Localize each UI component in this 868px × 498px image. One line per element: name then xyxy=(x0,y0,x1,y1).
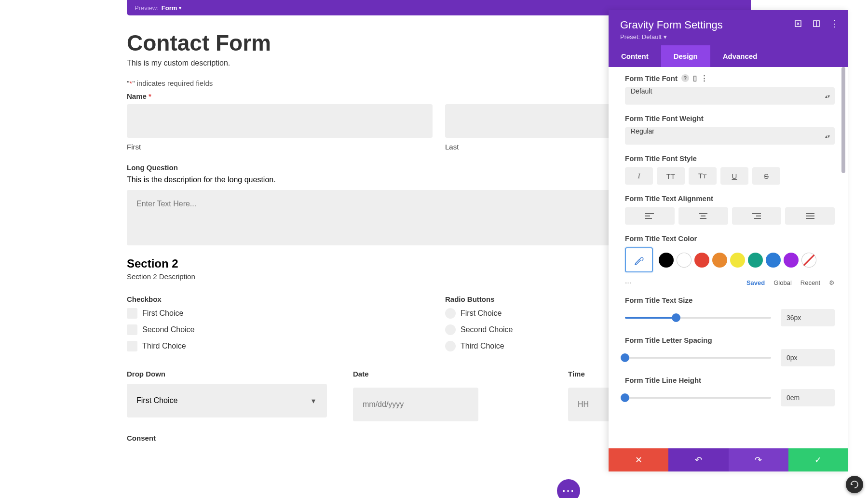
close-button[interactable]: ✕ xyxy=(609,448,668,471)
spacing-slider[interactable] xyxy=(625,353,771,363)
size-label: Form Title Text Size xyxy=(625,296,835,304)
more-colors-button[interactable]: ⋯ xyxy=(625,279,738,286)
undo-button[interactable]: ↶ xyxy=(668,448,728,471)
spacing-label: Form Title Letter Spacing xyxy=(625,336,835,344)
date-input[interactable] xyxy=(353,388,478,421)
gear-icon[interactable]: ⚙ xyxy=(829,279,835,286)
tab-design[interactable]: Design xyxy=(661,45,710,67)
color-swatch-red[interactable] xyxy=(694,253,709,268)
responsive-icon[interactable]: ▯ xyxy=(693,74,697,82)
tab-advanced[interactable]: Advanced xyxy=(710,45,848,67)
panel-tabs: Content Design Advanced xyxy=(609,45,848,67)
panel-header: Gravity Form Settings Preset: Default▾ ⋮ xyxy=(609,10,848,45)
expand-icon[interactable] xyxy=(794,20,802,27)
radio-icon[interactable] xyxy=(445,341,456,351)
dropdown-input[interactable] xyxy=(127,384,327,417)
dock-icon[interactable] xyxy=(813,20,820,27)
updown-icon: ▴▾ xyxy=(825,134,830,139)
color-swatch-orange[interactable] xyxy=(712,253,727,268)
style-label: Form Title Font Style xyxy=(625,154,835,162)
help-icon[interactable]: ? xyxy=(681,74,689,82)
updown-icon: ▴▾ xyxy=(825,94,830,99)
preset-dropdown[interactable]: Preset: Default▾ xyxy=(620,33,837,40)
checkbox-choice[interactable]: Third Choice xyxy=(127,341,433,351)
color-tab-saved[interactable]: Saved xyxy=(746,279,765,286)
settings-panel: Gravity Form Settings Preset: Default▾ ⋮… xyxy=(609,10,848,471)
checkbox-choice[interactable]: Second Choice xyxy=(127,324,433,335)
size-slider[interactable] xyxy=(625,313,771,323)
first-name-input[interactable] xyxy=(127,104,433,138)
save-button[interactable]: ✓ xyxy=(788,448,848,471)
color-swatch-teal[interactable] xyxy=(748,253,763,268)
dropdown-label: Drop Down xyxy=(127,370,327,378)
italic-button[interactable]: I xyxy=(625,167,653,185)
color-swatch-white[interactable] xyxy=(677,253,692,268)
checkbox-choice[interactable]: First Choice xyxy=(127,308,433,319)
weight-select[interactable]: Regular▴▾ xyxy=(625,127,835,145)
module-options-button[interactable]: ⋯ xyxy=(557,479,580,498)
color-swatch-purple[interactable] xyxy=(784,253,799,268)
settings-body: Form Title Font ? ▯ ⋮ Default▴▾ Form Tit… xyxy=(609,67,848,448)
align-justify-button[interactable] xyxy=(785,207,835,225)
lineheight-slider[interactable] xyxy=(625,393,771,403)
alignment-label: Form Title Text Alignment xyxy=(625,194,835,202)
radio-icon[interactable] xyxy=(445,308,456,319)
color-label: Form Title Text Color xyxy=(625,234,835,242)
dropdown-select[interactable]: ▾ xyxy=(127,384,327,417)
chevron-down-icon[interactable]: ▾ xyxy=(312,396,315,405)
weight-label: Form Title Font Weight xyxy=(625,114,835,122)
underline-button[interactable]: U xyxy=(720,167,748,185)
uppercase-button[interactable]: TT xyxy=(657,167,685,185)
redo-button[interactable]: ↷ xyxy=(729,448,788,471)
lineheight-value[interactable]: 0em xyxy=(781,389,835,406)
color-tab-global[interactable]: Global xyxy=(773,279,792,286)
more-icon[interactable]: ⋮ xyxy=(831,20,839,27)
color-swatch-none[interactable] xyxy=(801,253,816,268)
font-select[interactable]: Default▴▾ xyxy=(625,87,835,105)
size-value[interactable]: 36px xyxy=(781,309,835,326)
tab-content[interactable]: Content xyxy=(609,45,661,67)
checkbox-icon[interactable] xyxy=(127,341,137,351)
align-right-button[interactable] xyxy=(732,207,782,225)
spacing-value[interactable]: 0px xyxy=(781,349,835,366)
smallcaps-button[interactable]: Tᴛ xyxy=(689,167,717,185)
chevron-down-icon: ▾ xyxy=(664,33,667,40)
strikethrough-button[interactable]: S xyxy=(752,167,780,185)
align-left-button[interactable] xyxy=(625,207,675,225)
align-center-button[interactable] xyxy=(678,207,728,225)
color-swatch-blue[interactable] xyxy=(766,253,781,268)
checkbox-label: Checkbox xyxy=(127,295,433,303)
lineheight-label: Form Title Line Height xyxy=(625,376,835,384)
date-label: Date xyxy=(353,370,478,378)
color-tab-recent[interactable]: Recent xyxy=(800,279,820,286)
font-label: Form Title Font xyxy=(625,74,678,82)
color-swatch-yellow[interactable] xyxy=(730,253,745,268)
more-icon[interactable]: ⋮ xyxy=(701,74,708,82)
preview-value[interactable]: Form xyxy=(162,4,177,12)
panel-footer: ✕ ↶ ↷ ✓ xyxy=(609,448,848,471)
color-swatch-black[interactable] xyxy=(659,253,674,268)
chevron-down-icon[interactable]: ▾ xyxy=(179,5,181,11)
help-bubble[interactable] xyxy=(846,476,863,493)
checkbox-icon[interactable] xyxy=(127,308,137,319)
first-name-sublabel: First xyxy=(127,143,433,151)
eyedropper-button[interactable] xyxy=(625,247,653,272)
radio-icon[interactable] xyxy=(445,324,456,335)
preview-label: Preview: xyxy=(135,4,159,12)
checkbox-icon[interactable] xyxy=(127,324,137,335)
